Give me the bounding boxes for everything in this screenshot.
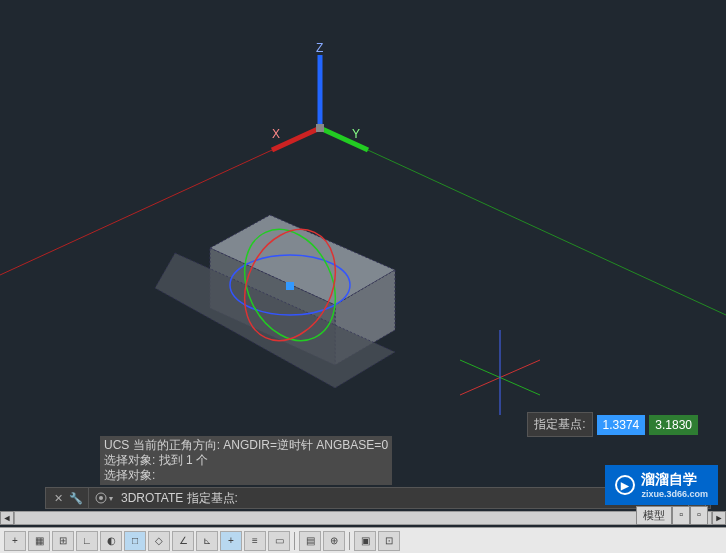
- otrack-icon[interactable]: ∠: [172, 531, 194, 551]
- cmd-history-line: UCS 当前的正角方向: ANGDIR=逆时针 ANGBASE=0: [104, 438, 388, 453]
- svg-text:X: X: [272, 127, 280, 141]
- qp-icon[interactable]: ▤: [299, 531, 321, 551]
- coord-tooltip: 指定基点: 1.3374 3.1830: [527, 412, 698, 437]
- layout-tabs: 模型 ▫ ▫: [636, 506, 708, 525]
- tab-layout1[interactable]: ▫: [672, 506, 690, 525]
- scene-svg: Z X Y: [0, 0, 726, 480]
- scrollbar-thumb[interactable]: [14, 511, 712, 525]
- scrollbar-horizontal[interactable]: ◄ ►: [0, 511, 726, 525]
- tooltip-value-1[interactable]: 1.3374: [597, 415, 646, 435]
- tpy-icon[interactable]: ▭: [268, 531, 290, 551]
- status-bar: + ▦ ⊞ ∟ ◐ □ ◇ ∠ ⊾ + ≡ ▭ ▤ ⊕ ▣ ⊡: [0, 527, 726, 553]
- anno-icon[interactable]: ⊡: [378, 531, 400, 551]
- dyn-icon[interactable]: +: [220, 531, 242, 551]
- svg-line-6: [320, 128, 368, 150]
- scroll-left-icon[interactable]: ◄: [0, 511, 14, 525]
- divider: [294, 532, 295, 550]
- wrench-icon[interactable]: 🔧: [68, 490, 84, 506]
- tooltip-label: 指定基点:: [527, 412, 592, 437]
- lwt-icon[interactable]: ≡: [244, 531, 266, 551]
- watermark-brand: 溜溜自学: [641, 471, 708, 489]
- ucs-axes: Z X Y: [272, 41, 368, 150]
- gear-icon[interactable]: ▾: [93, 488, 113, 508]
- grid-icon[interactable]: ▦: [28, 531, 50, 551]
- polar-icon[interactable]: ◐: [100, 531, 122, 551]
- svg-text:Z: Z: [316, 41, 323, 55]
- ducs-icon[interactable]: ⊾: [196, 531, 218, 551]
- svg-text:Y: Y: [352, 127, 360, 141]
- command-history: UCS 当前的正角方向: ANGDIR=逆时针 ANGBASE=0 选择对象: …: [100, 436, 392, 485]
- svg-rect-8: [316, 124, 324, 132]
- divider: [349, 532, 350, 550]
- svg-rect-16: [286, 282, 294, 290]
- cmd-history-line: 选择对象:: [104, 468, 388, 483]
- close-icon[interactable]: ✕: [50, 490, 66, 506]
- cursor-crosshair: [460, 330, 540, 415]
- snap-mode-icon[interactable]: ⊞: [52, 531, 74, 551]
- box-object[interactable]: [155, 215, 395, 388]
- model-icon[interactable]: ▣: [354, 531, 376, 551]
- watermark-url: zixue.3d66.com: [641, 489, 708, 499]
- 3dosnap-icon[interactable]: ◇: [148, 531, 170, 551]
- cmd-history-line: 选择对象: 找到 1 个: [104, 453, 388, 468]
- watermark-logo: ▶ 溜溜自学 zixue.3d66.com: [605, 465, 718, 505]
- sc-icon[interactable]: ⊕: [323, 531, 345, 551]
- snap-cursor-icon[interactable]: +: [4, 531, 26, 551]
- ortho-icon[interactable]: ∟: [76, 531, 98, 551]
- tab-model[interactable]: 模型: [636, 506, 672, 525]
- svg-point-21: [99, 496, 103, 500]
- scroll-right-icon[interactable]: ►: [712, 511, 726, 525]
- osnap-icon[interactable]: □: [124, 531, 146, 551]
- tab-layout2[interactable]: ▫: [690, 506, 708, 525]
- command-prompt[interactable]: 3DROTATE 指定基点:: [113, 490, 688, 507]
- tooltip-value-2: 3.1830: [649, 415, 698, 435]
- play-icon: ▶: [615, 475, 635, 495]
- cmd-bar-buttons: ✕ 🔧: [46, 488, 89, 508]
